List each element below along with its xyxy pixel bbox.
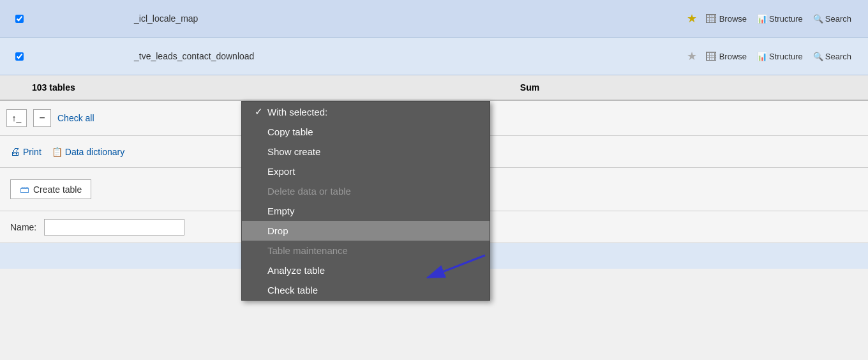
- table-name-row2: _tve_leads_contact_download: [32, 51, 687, 61]
- structure-link-row1[interactable]: 📊 Structure: [753, 13, 807, 25]
- dropdown-item-analyze-table[interactable]: Analyze table: [242, 260, 490, 280]
- minus-button[interactable]: −: [33, 109, 51, 127]
- dropdown-header-delete: Delete data or table: [242, 181, 490, 201]
- create-table-button[interactable]: 🗃 Create table: [10, 179, 91, 199]
- checkmark-icon: ✓: [255, 106, 267, 117]
- structure-icon-row1: 📊: [757, 14, 767, 24]
- search-icon-row1: 🔍: [813, 14, 823, 24]
- search-link-row2[interactable]: 🔍 Search: [809, 50, 855, 63]
- checkbox-row2[interactable]: [6, 52, 32, 61]
- summary-row: 103 tables Sum: [0, 75, 868, 101]
- name-label: Name:: [10, 222, 36, 232]
- dropdown-item-copy-table[interactable]: Copy table: [242, 122, 490, 142]
- data-dictionary-link[interactable]: 📋 Data dictionary: [52, 147, 124, 157]
- dropdown-header-table-maintenance: Table maintenance: [242, 241, 490, 260]
- dropdown-item-empty[interactable]: Empty: [242, 201, 490, 221]
- browse-link-row1[interactable]: Browse: [702, 13, 751, 25]
- dropdown-item-export[interactable]: Export: [242, 161, 490, 181]
- checkbox-row1[interactable]: [6, 15, 32, 23]
- sum-label: Sum: [198, 82, 862, 93]
- data-dictionary-icon: 📋: [52, 147, 63, 157]
- search-icon-row2: 🔍: [813, 52, 823, 61]
- up-arrow-button[interactable]: ↑_: [6, 109, 27, 127]
- print-link[interactable]: 🖨 Print: [10, 146, 41, 158]
- star-icon-row1[interactable]: ★: [687, 11, 697, 26]
- dropdown-item-drop[interactable]: Drop: [242, 221, 490, 241]
- table-name-row1: _icl_locale_map: [32, 13, 687, 24]
- create-table-icon: 🗃: [20, 184, 29, 195]
- name-input[interactable]: [44, 219, 184, 236]
- dropdown-with-selected: ✓ With selected:: [242, 101, 490, 122]
- browse-icon-row1: [706, 14, 716, 23]
- table-actions-row2: ★ Browse 📊 Structure 🔍 Search: [687, 49, 855, 63]
- table-actions-row1: ★ Browse 📊 Structure 🔍 Search: [687, 11, 855, 26]
- dropdown-menu: ✓ With selected: Copy table Show create …: [241, 101, 490, 301]
- print-icon: 🖨: [10, 146, 20, 158]
- browse-link-row2[interactable]: Browse: [702, 50, 751, 63]
- search-link-row1[interactable]: 🔍 Search: [809, 13, 855, 25]
- star-icon-row2[interactable]: ★: [687, 49, 697, 63]
- check-all-link[interactable]: Check all: [57, 113, 94, 123]
- dropdown-item-show-create[interactable]: Show create: [242, 142, 490, 161]
- table-row-1: _icl_locale_map ★ Browse 📊 Structure 🔍 S…: [0, 0, 868, 38]
- browse-icon-row2: [706, 52, 716, 61]
- structure-icon-row2: 📊: [757, 52, 767, 61]
- tables-count: 103 tables: [6, 82, 198, 93]
- structure-link-row2[interactable]: 📊 Structure: [753, 50, 807, 63]
- table-row-2: _tve_leads_contact_download ★ Browse 📊 S…: [0, 38, 868, 75]
- dropdown-item-check-table[interactable]: Check table: [242, 280, 490, 300]
